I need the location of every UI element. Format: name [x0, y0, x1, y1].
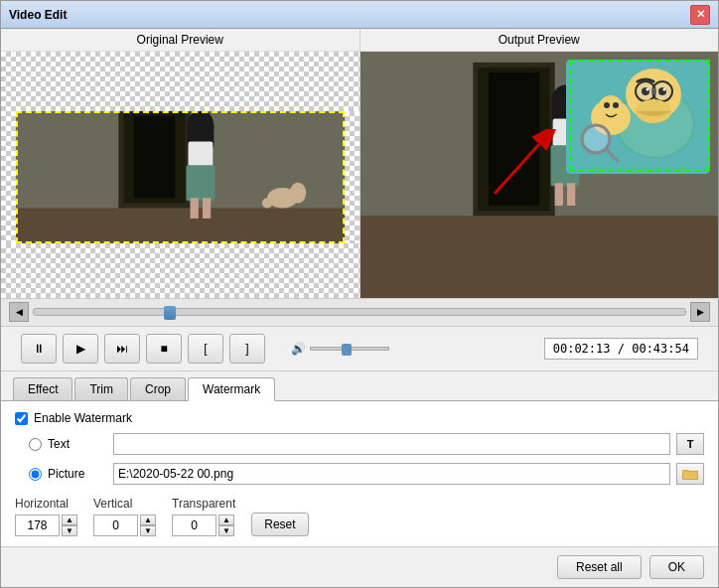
checker-top — [1, 52, 360, 111]
original-video — [1, 52, 360, 298]
video-frame — [16, 111, 345, 243]
text-format-button[interactable]: T — [676, 433, 704, 455]
svg-point-15 — [262, 198, 272, 208]
folder-icon — [682, 468, 698, 480]
checker-bottom — [1, 243, 360, 298]
volume-icon: 🔊 — [291, 342, 306, 356]
picture-label: Picture — [48, 467, 107, 481]
next-frame-button[interactable]: ⏭ — [104, 334, 140, 364]
svg-rect-28 — [567, 183, 575, 206]
params-area: Horizontal ▲ ▼ Vertical ▲ ▼ — [15, 497, 704, 536]
svg-rect-11 — [191, 198, 199, 219]
volume-thumb[interactable] — [342, 344, 352, 356]
tab-watermark[interactable]: Watermark — [188, 377, 275, 401]
transparent-spinner-btns: ▲ ▼ — [218, 514, 234, 536]
checker-right — [345, 111, 360, 243]
svg-point-41 — [663, 88, 666, 91]
horizontal-label: Horizontal — [15, 497, 77, 511]
bottom-bar: Reset all OK — [1, 546, 718, 587]
output-preview-content — [360, 52, 719, 298]
svg-point-40 — [647, 88, 649, 91]
svg-rect-21 — [488, 73, 539, 206]
svg-rect-9 — [189, 141, 214, 167]
svg-rect-54 — [683, 472, 697, 479]
text-label: Text — [48, 437, 107, 451]
tab-trim[interactable]: Trim — [74, 377, 128, 400]
browse-folder-button[interactable] — [676, 463, 704, 485]
timeline-left-icon[interactable]: ◀ — [9, 302, 29, 322]
output-preview-panel: Output Preview — [360, 29, 719, 298]
svg-point-46 — [613, 102, 619, 108]
timeline-track[interactable] — [33, 308, 686, 316]
timeline-right-icon[interactable]: ▶ — [690, 302, 710, 322]
transparent-group: Transparent ▲ ▼ — [172, 497, 235, 536]
watermark-cartoon — [566, 60, 710, 174]
svg-rect-10 — [186, 165, 215, 201]
vertical-label: Vertical — [93, 497, 156, 511]
horizontal-up-btn[interactable]: ▲ — [62, 514, 77, 525]
svg-rect-27 — [554, 183, 562, 206]
svg-point-14 — [290, 183, 307, 204]
cartoon-svg — [566, 60, 710, 174]
time-display: 00:02:13 / 00:43:54 — [544, 338, 698, 360]
vertical-up-btn[interactable]: ▲ — [140, 514, 156, 525]
enable-watermark-checkbox[interactable] — [15, 412, 28, 425]
reset-all-button[interactable]: Reset all — [557, 555, 642, 579]
picture-radio[interactable] — [29, 468, 42, 481]
svg-point-48 — [584, 127, 608, 151]
output-video — [360, 52, 719, 298]
play-button[interactable]: ▶ — [63, 334, 98, 364]
horizontal-spinner-btns: ▲ ▼ — [62, 514, 77, 536]
preview-area: Original Preview — [1, 29, 718, 299]
horizontal-input[interactable] — [15, 514, 60, 536]
transparent-down-btn[interactable]: ▼ — [218, 525, 234, 536]
vertical-down-btn[interactable]: ▼ — [140, 525, 156, 536]
vertical-input[interactable] — [93, 514, 138, 536]
close-button[interactable]: ✕ — [690, 5, 710, 25]
reset-button[interactable]: Reset — [251, 513, 308, 536]
horizontal-spinner: ▲ ▼ — [15, 514, 77, 536]
timeline-area: ◀ ▶ — [1, 299, 718, 326]
vertical-spinner-btns: ▲ ▼ — [140, 514, 156, 536]
svg-rect-5 — [134, 116, 175, 199]
svg-rect-12 — [203, 198, 211, 219]
transparent-input[interactable] — [172, 514, 216, 536]
original-preview-label: Original Preview — [1, 29, 360, 52]
tab-crop[interactable]: Crop — [130, 377, 186, 400]
checker-left — [1, 111, 16, 243]
controls-area: ⏸ ▶ ⏭ ■ [ ] 🔊 00:02:13 / 00:43:54 — [1, 327, 718, 371]
vertical-spinner: ▲ ▼ — [93, 514, 156, 536]
text-input[interactable] — [113, 433, 670, 455]
svg-rect-1 — [16, 209, 345, 244]
tab-effect[interactable]: Effect — [13, 377, 72, 400]
horizontal-down-btn[interactable]: ▼ — [62, 525, 77, 536]
original-preview-panel: Original Preview — [1, 29, 360, 298]
vertical-group: Vertical ▲ ▼ — [93, 497, 156, 536]
svg-point-45 — [604, 102, 610, 108]
volume-slider[interactable] — [310, 347, 389, 351]
transparent-spinner: ▲ ▼ — [172, 514, 235, 536]
ok-button[interactable]: OK — [649, 555, 704, 579]
text-radio[interactable] — [29, 438, 42, 451]
picture-row: Picture — [29, 463, 704, 485]
title-bar: Video Edit ✕ — [1, 1, 718, 29]
pause-button[interactable]: ⏸ — [21, 334, 57, 364]
mark-in-button[interactable]: [ — [188, 334, 223, 364]
transparent-up-btn[interactable]: ▲ — [218, 514, 234, 525]
enable-watermark-row: Enable Watermark — [15, 411, 704, 425]
horizontal-group: Horizontal ▲ ▼ — [15, 497, 77, 536]
stop-button[interactable]: ■ — [146, 334, 182, 364]
tabs-area: Effect Trim Crop Watermark — [1, 371, 718, 401]
window-title: Video Edit — [9, 8, 67, 22]
original-preview-content — [1, 52, 360, 298]
volume-area: 🔊 — [291, 342, 389, 356]
svg-point-44 — [599, 95, 623, 119]
original-scene-svg — [16, 111, 345, 243]
transparent-label: Transparent — [172, 497, 235, 511]
output-preview-label: Output Preview — [360, 29, 719, 52]
picture-path-input[interactable] — [113, 463, 670, 485]
enable-watermark-label: Enable Watermark — [34, 411, 132, 425]
timeline-thumb[interactable] — [164, 306, 176, 320]
text-row: Text T — [29, 433, 704, 455]
mark-out-button[interactable]: ] — [229, 334, 265, 364]
